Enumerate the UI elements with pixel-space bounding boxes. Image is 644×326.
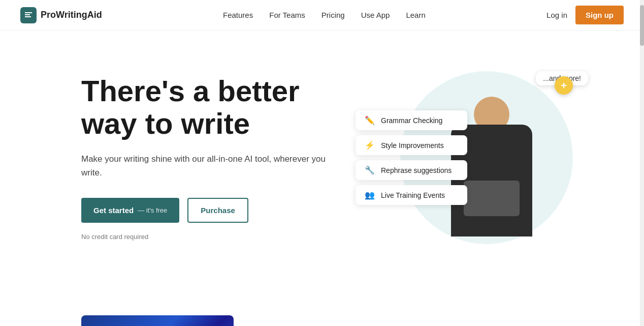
logo-svg: [23, 10, 34, 20]
grammar-icon: ✏️: [364, 115, 376, 125]
painting-stack: My idea in my head: [81, 315, 254, 326]
hero-buttons: Get started — it's free Purchase: [81, 198, 345, 223]
second-section: My idea in my head Do you feel like your…: [0, 285, 644, 326]
nav-link-use-app[interactable]: Use App: [361, 11, 390, 19]
nav-link-pricing[interactable]: Pricing: [321, 11, 345, 19]
feature-card-rephrase: 🔧 Rephrase suggestions: [356, 160, 467, 180]
hero-subtitle: Make your writing shine with our all-in-…: [81, 152, 345, 180]
purchase-button[interactable]: Purchase: [187, 198, 248, 223]
nav-actions: Log in Sign up: [546, 6, 624, 24]
signup-button[interactable]: Sign up: [575, 6, 624, 24]
navbar: ProWritingAid Features For Teams Pricing…: [0, 0, 644, 31]
nav-link-features[interactable]: Features: [223, 11, 253, 19]
second-right: Do you feel like your writing lets you d…: [305, 315, 603, 326]
rephrase-icon: 🔧: [364, 165, 376, 175]
grammar-label: Grammar Checking: [381, 116, 442, 125]
nav-link-for-teams[interactable]: For Teams: [269, 11, 305, 19]
get-started-button[interactable]: Get started — it's free: [81, 198, 179, 223]
hero-section: There's a better way to write Make your …: [0, 31, 644, 285]
nav-item-features[interactable]: Features: [223, 11, 253, 20]
get-started-sub: — it's free: [138, 206, 167, 214]
person-laptop: [464, 181, 520, 216]
nav-item-learn[interactable]: Learn: [406, 11, 425, 20]
logo-link[interactable]: ProWritingAid: [20, 7, 102, 23]
style-label: Style Improvements: [381, 141, 444, 150]
feature-card-style: ⚡ Style Improvements: [356, 135, 467, 155]
nav-item-for-teams[interactable]: For Teams: [269, 11, 305, 20]
hero-left: There's a better way to write Make your …: [81, 75, 345, 241]
nav-item-use-app[interactable]: Use App: [361, 11, 390, 20]
style-icon: ⚡: [364, 140, 376, 150]
plus-icon: +: [555, 76, 573, 95]
nav-item-pricing[interactable]: Pricing: [321, 11, 345, 20]
second-left: My idea in my head: [81, 315, 264, 326]
rephrase-label: Rephrase suggestions: [381, 166, 452, 174]
logo-text: ProWritingAid: [41, 10, 102, 20]
feature-cards: ✏️ Grammar Checking ⚡ Style Improvements…: [356, 110, 467, 205]
training-icon: 👥: [364, 190, 376, 200]
login-button[interactable]: Log in: [546, 11, 567, 19]
page-scrollbar[interactable]: [640, 0, 644, 326]
training-label: Live Training Events: [381, 191, 445, 199]
nav-links: Features For Teams Pricing Use App Learn: [223, 11, 426, 20]
hero-note: No credit card required: [81, 233, 345, 241]
scrollbar-thumb[interactable]: [640, 5, 644, 46]
get-started-label: Get started: [93, 206, 134, 215]
painting-back: [81, 315, 234, 326]
feature-card-grammar: ✏️ Grammar Checking: [356, 110, 467, 130]
hero-title: There's a better way to write: [81, 75, 345, 140]
feature-card-training: 👥 Live Training Events: [356, 185, 467, 205]
logo-icon: [20, 7, 37, 23]
nav-link-learn[interactable]: Learn: [406, 11, 425, 19]
hero-right: ...and more! + ✏️ Grammar Checking ⚡ Sty…: [345, 61, 603, 254]
